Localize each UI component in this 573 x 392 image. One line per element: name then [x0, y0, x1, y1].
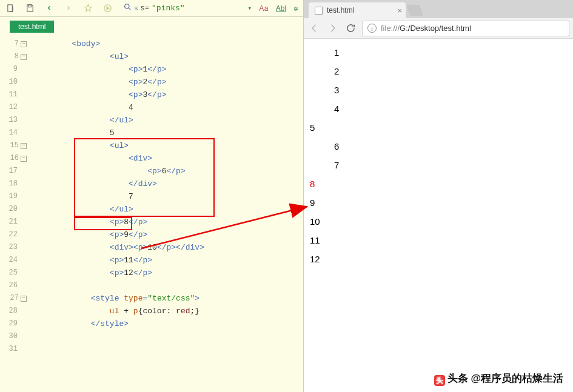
file-tab-test-html[interactable]: test.html: [10, 21, 54, 33]
line-number: 8: [15, 50, 19, 63]
line-number: 27: [10, 292, 19, 305]
code-line[interactable]: <p>2</p>: [34, 76, 303, 88]
code-line[interactable]: </div>: [34, 178, 303, 190]
whole-word-toggle[interactable]: Abl: [276, 4, 286, 13]
svg-point-3: [125, 4, 129, 8]
search-area[interactable]: s s="pinks": [124, 3, 185, 13]
line-number: 21: [9, 216, 18, 228]
gutter-row: 20: [0, 203, 27, 216]
code-line[interactable]: <p>3</p>: [34, 88, 303, 101]
code-line[interactable]: 5: [34, 127, 303, 139]
gutter-row: 19: [0, 190, 27, 203]
code-line[interactable]: <div>: [34, 152, 303, 165]
code-line[interactable]: <body>: [34, 38, 303, 50]
code-line[interactable]: <p>11</p>: [34, 254, 303, 267]
regex-toggle-icon[interactable]: ✲: [293, 4, 298, 13]
code-area[interactable]: 7−8−9101112131415−16−1718192021222324252…: [0, 38, 303, 392]
gutter-row: 12: [0, 101, 27, 114]
code-line[interactable]: <p>6</p>: [34, 165, 303, 178]
rendered-item: 7: [334, 160, 567, 170]
browser-address-bar: i file:///G:/Desktop/test.html: [304, 18, 573, 39]
code-text[interactable]: <body> <ul> <p>1</p> <p>2</p> <p>3</p> 4…: [30, 38, 303, 392]
editor-tab-bar: test.html: [0, 17, 303, 38]
bookmark-star-icon[interactable]: [82, 3, 93, 14]
gutter-row: 29: [0, 317, 27, 330]
rendered-item: 11: [310, 235, 567, 245]
fold-toggle-icon[interactable]: −: [21, 296, 27, 302]
browser-back-icon[interactable]: [307, 22, 321, 35]
line-number: 30: [9, 330, 18, 343]
code-line[interactable]: </ul>: [34, 114, 303, 127]
code-line[interactable]: <ul>: [34, 139, 303, 152]
gutter-row: 27−: [0, 292, 27, 305]
browser-tab-test-html[interactable]: test.html ×: [309, 2, 406, 18]
case-sensitive-toggle[interactable]: Aa: [259, 4, 269, 13]
code-line[interactable]: <style type="text/css">: [34, 292, 303, 305]
browser-url: file:///G:/Desktop/test.html: [381, 24, 471, 33]
browser-forward-icon[interactable]: [326, 22, 339, 35]
gutter-row: 30: [0, 330, 27, 343]
code-line[interactable]: [34, 279, 303, 292]
code-line[interactable]: <p>8</p>: [34, 216, 303, 228]
save-icon[interactable]: [24, 3, 35, 14]
code-editor-panel: ‹ › s s="pinks" ▾ Aa Abl ✲ test.html 7−8…: [0, 0, 304, 392]
watermark: 头头条 @程序员的枯燥生活: [434, 371, 563, 386]
nav-forward-icon[interactable]: ›: [63, 3, 74, 14]
line-number: 16: [10, 152, 19, 165]
gutter-row: 9: [0, 63, 27, 76]
code-line[interactable]: </style>: [34, 317, 303, 330]
code-line[interactable]: </ul>: [34, 203, 303, 216]
code-line[interactable]: [34, 330, 303, 343]
line-number: 13: [9, 114, 18, 127]
rendered-item: 3: [334, 85, 567, 95]
nav-back-icon[interactable]: ‹: [44, 3, 55, 14]
fold-toggle-icon[interactable]: −: [21, 143, 27, 149]
browser-reload-icon[interactable]: [344, 22, 357, 35]
rendered-item: 5: [310, 122, 567, 133]
gutter-row: 23: [0, 241, 27, 254]
line-number: 12: [9, 101, 18, 114]
tab-close-icon[interactable]: ×: [397, 6, 402, 15]
code-line[interactable]: 7: [34, 190, 303, 203]
line-number: 9: [13, 63, 18, 76]
code-line[interactable]: ul + p{color: red;}: [34, 305, 303, 317]
code-line[interactable]: <p>12</p>: [34, 267, 303, 279]
new-file-icon[interactable]: [5, 3, 16, 14]
line-number: 18: [9, 178, 18, 190]
browser-tab-strip: test.html ×: [304, 0, 573, 18]
fold-toggle-icon[interactable]: −: [21, 156, 27, 162]
gutter-row: 18: [0, 178, 27, 190]
fold-toggle-icon[interactable]: −: [21, 41, 27, 47]
code-line[interactable]: <p>1</p>: [34, 63, 303, 76]
search-dropdown-icon[interactable]: ▾: [248, 4, 252, 12]
line-number: 20: [9, 203, 18, 216]
search-prefix: s=: [141, 4, 149, 13]
gutter-row: 24: [0, 254, 27, 267]
search-icon: [124, 3, 132, 13]
browser-omnibox[interactable]: i file:///G:/Desktop/test.html: [362, 21, 569, 36]
code-line[interactable]: <div><p>10</p></div>: [34, 241, 303, 254]
line-number: 14: [9, 127, 18, 139]
code-line[interactable]: <ul>: [34, 50, 303, 63]
browser-tab-title: test.html: [327, 6, 354, 15]
line-number: 28: [9, 305, 18, 317]
fold-toggle-icon[interactable]: −: [21, 54, 27, 60]
line-number: 22: [9, 228, 18, 241]
search-scope-label: s: [134, 5, 138, 12]
line-number: 29: [9, 317, 18, 330]
new-tab-button[interactable]: [406, 5, 423, 16]
gutter-row: 14: [0, 127, 27, 139]
rendered-item: 10: [310, 216, 567, 227]
code-line[interactable]: 4: [34, 101, 303, 114]
site-info-icon[interactable]: i: [367, 24, 377, 33]
gutter-row: 10: [0, 76, 27, 88]
line-number: 17: [9, 165, 18, 178]
run-icon[interactable]: [102, 3, 113, 14]
gutter-row: 15−: [0, 139, 27, 152]
editor-toolbar: ‹ › s s="pinks" ▾ Aa Abl ✲: [0, 0, 303, 17]
code-line[interactable]: [34, 343, 303, 356]
gutter-row: 8−: [0, 50, 27, 63]
code-line[interactable]: <p>9</p>: [34, 228, 303, 241]
rendered-item: 12: [310, 254, 567, 264]
gutter-row: 28: [0, 305, 27, 317]
